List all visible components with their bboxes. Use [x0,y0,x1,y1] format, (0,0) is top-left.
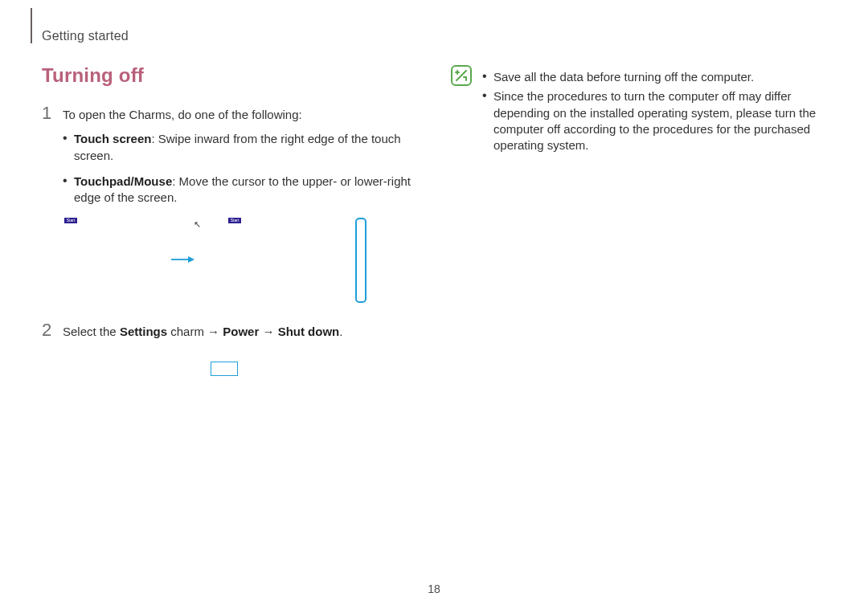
start-screen-illustration-left: Start ↖ [63,216,206,304]
note-2-text: Since the procedures to turn the compute… [493,88,826,153]
note-item-2: • Since the procedures to turn the compu… [482,88,826,153]
swipe-arrow-icon [170,255,194,264]
cursor-icon: ↖ [194,219,201,230]
start-screen-illustration-right: Start [227,216,334,304]
step-2-figure-placeholder [211,362,238,376]
header-title: Getting started [42,29,129,43]
step-1-text: To open the Charms, do one of the follow… [63,104,418,123]
step-2-suffix: . [339,325,342,338]
content-columns: Turning off 1 To open the Charms, do one… [42,64,826,376]
bullet-touch-screen-label: Touch screen [74,132,151,145]
start-label-left: Start [64,218,77,223]
step-2-shutdown: Shut down [278,325,340,338]
page-number: 18 [0,582,868,595]
svg-marker-1 [188,256,194,263]
bullet-touch-screen: • Touch screen: Swipe inward from the ri… [63,131,418,164]
step-2-mid1: charm → [167,325,223,338]
step-2-mid2: → [259,325,277,338]
step-2-text: Select the Settings charm → Power → Shut… [63,321,418,340]
step-2-number: 2 [42,321,58,339]
step-2-settings: Settings [120,325,167,338]
step-1: 1 To open the Charms, do one of the foll… [42,104,418,123]
note-icon [450,64,473,87]
bullet-touch-screen-text: Touch screen: Swipe inward from the righ… [74,131,418,164]
bullet-dot-icon: • [482,88,493,153]
charms-bar-illustration [355,218,366,303]
note-list: • Save all the data before turning off t… [482,69,826,157]
header-accent-bar [31,8,32,43]
step-2: 2 Select the Settings charm → Power → Sh… [42,321,418,340]
step-2-power: Power [223,325,259,338]
step-2-prefix: Select the [63,325,120,338]
step-1-illustration: Start ↖ Start [63,215,418,305]
step-1-bullets: • Touch screen: Swipe inward from the ri… [63,131,418,206]
step-1-number: 1 [42,104,58,122]
right-column: • Save all the data before turning off t… [450,64,826,376]
tiles-grid-right [228,225,326,295]
bullet-dot-icon: • [63,131,74,164]
note-block: • Save all the data before turning off t… [450,64,826,157]
bullet-touchpad-mouse: • Touchpad/Mouse: Move the cursor to the… [63,174,418,206]
bullet-dot-icon: • [482,69,493,85]
section-title: Turning off [42,64,418,87]
page-header: Getting started [31,8,129,43]
note-1-text: Save all the data before turning off the… [493,69,826,85]
bullet-touchpad-mouse-label: Touchpad/Mouse [74,174,172,188]
start-label-right: Start [228,218,241,223]
bullet-touchpad-mouse-text: Touchpad/Mouse: Move the cursor to the u… [74,174,418,206]
note-item-1: • Save all the data before turning off t… [482,69,826,85]
left-column: Turning off 1 To open the Charms, do one… [42,64,418,376]
bullet-dot-icon: • [63,174,74,206]
